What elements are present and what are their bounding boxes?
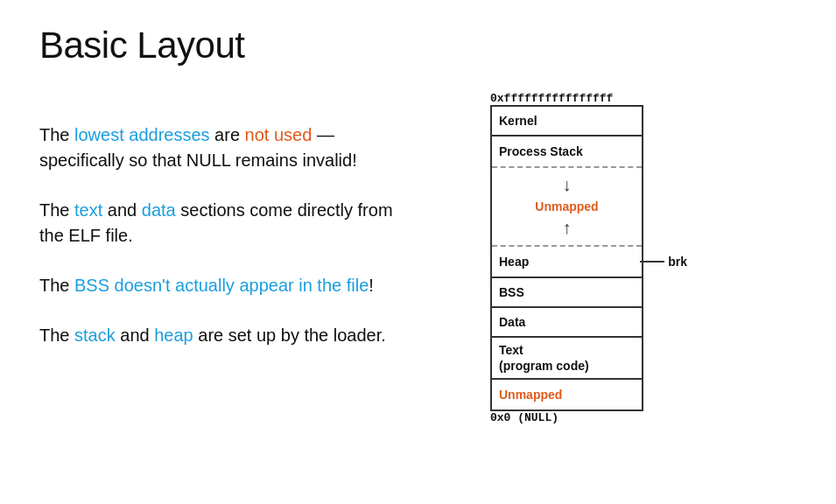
text-row: Text(program code) xyxy=(492,338,642,380)
lowest-addresses-text: lowest addresses xyxy=(74,125,210,144)
paragraph-2: The text and data sections come directly… xyxy=(39,198,416,248)
text-section-text: text xyxy=(74,200,102,220)
bottom-address-label: 0x0 (NULL) xyxy=(490,411,559,424)
top-address-label: 0xffffffffffffffff xyxy=(490,92,613,105)
not-used-text: not used xyxy=(245,125,313,144)
brk-line xyxy=(640,261,664,262)
unmapped-middle-row: ↓ Unmapped ↑ xyxy=(492,168,642,247)
paragraph-1: The lowest addresses are not used — spec… xyxy=(39,122,416,173)
data-row: Data xyxy=(492,308,642,338)
paragraph-4: The stack and heap are set up by the loa… xyxy=(39,323,416,348)
brk-label: brk xyxy=(640,255,687,269)
mem-table: Kernel Process Stack ↓ Unmapped ↑ Heap xyxy=(490,105,643,411)
text-content: The lowest addresses are not used — spec… xyxy=(39,122,416,373)
page-title: Basic Layout xyxy=(39,24,244,66)
kernel-row: Kernel xyxy=(492,107,642,136)
process-stack-row: Process Stack xyxy=(492,136,642,168)
bss-text: BSS doesn't actually appear in the file xyxy=(74,276,369,295)
bss-row: BSS xyxy=(492,278,642,308)
heap-text: heap xyxy=(154,326,193,345)
unmapped-label: Unmapped xyxy=(535,200,598,214)
arrow-down-icon: ↓ xyxy=(563,175,572,195)
data-section-text: data xyxy=(142,200,176,220)
heap-row: Heap brk xyxy=(492,247,642,278)
arrow-up-icon: ↑ xyxy=(563,218,572,238)
memory-diagram: 0xffffffffffffffff Kernel Process Stack … xyxy=(490,92,753,424)
stack-text: stack xyxy=(74,326,116,345)
unmapped-bottom-row: Unmapped xyxy=(492,380,642,410)
paragraph-3: The BSS doesn't actually appear in the f… xyxy=(39,273,416,298)
